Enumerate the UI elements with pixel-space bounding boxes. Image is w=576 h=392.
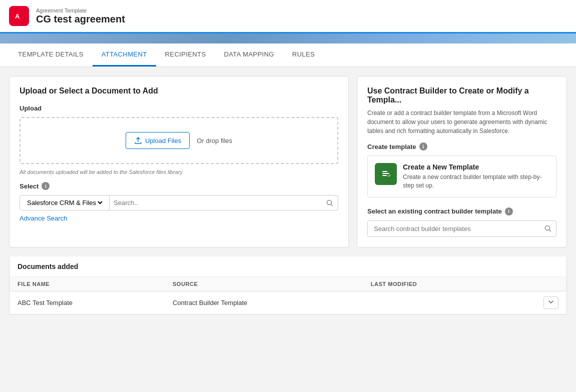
search-button[interactable]: [326, 199, 334, 207]
contract-builder-icon: [379, 168, 392, 180]
contract-search-input[interactable]: [372, 221, 544, 236]
tab-rules[interactable]: RULES: [283, 44, 324, 66]
upload-dropzone[interactable]: Upload Files Or drop files: [20, 117, 338, 164]
cell-source: Contract Builder Template: [165, 291, 363, 314]
chevron-down-icon: [548, 299, 554, 305]
cell-file-name: ABC Test Template: [10, 291, 165, 314]
contract-search-icon: [544, 224, 552, 232]
header-text-block: Agreement Template CG test agreement: [36, 8, 125, 25]
search-icon: [326, 199, 334, 207]
drop-text: Or drop files: [197, 137, 232, 144]
select-row: Select i: [20, 182, 338, 190]
right-panel: Use Contract Builder to Create or Modify…: [357, 76, 567, 248]
right-panel-title: Use Contract Builder to Create or Modify…: [367, 86, 556, 104]
left-panel-title: Upload or Select a Document to Add: [20, 86, 338, 96]
existing-label: Select an existing contract builder temp…: [367, 208, 556, 216]
documents-section: Documents added FILE NAME SOURCE LAST MO…: [9, 256, 567, 314]
tab-attachment[interactable]: ATTACHMENT: [93, 44, 156, 66]
tab-recipients[interactable]: RECIPIENTS: [156, 44, 215, 66]
col-file-name: FILE NAME: [10, 277, 165, 292]
source-dropdown[interactable]: Salesforce CRM & Files Local Files Googl…: [20, 195, 110, 210]
source-select[interactable]: Salesforce CRM & Files Local Files Googl…: [25, 198, 104, 207]
create-template-label: Create template i: [367, 142, 556, 150]
svg-rect-5: [382, 173, 389, 174]
table-header-row: FILE NAME SOURCE LAST MODIFIED: [10, 277, 566, 292]
create-template-card[interactable]: Create a New Template Create a new contr…: [367, 156, 556, 198]
template-card-name: Create a New Template: [403, 163, 549, 171]
search-row: Salesforce CRM & Files Local Files Googl…: [20, 195, 338, 210]
tab-data-mapping[interactable]: DATA MAPPING: [215, 44, 283, 66]
svg-rect-6: [382, 175, 387, 176]
select-label: Select: [20, 182, 39, 190]
app-header: A Agreement Template CG test agreement: [0, 0, 576, 34]
right-panel-desc: Create or add a contract builder templat…: [367, 108, 556, 136]
banner-band: [0, 34, 576, 44]
template-card-text: Create a New Template Create a new contr…: [403, 163, 549, 190]
upload-note: All documents uploaded will be added to …: [20, 169, 338, 175]
template-card-desc: Create a new contract builder template w…: [403, 173, 549, 190]
tabs-bar: TEMPLATE DETAILS ATTACHMENT RECIPIENTS D…: [0, 44, 576, 67]
existing-info-icon[interactable]: i: [505, 208, 513, 216]
create-template-info-icon[interactable]: i: [419, 142, 427, 150]
table-row: ABC Test Template Contract Builder Templ…: [10, 291, 566, 314]
left-panel: Upload or Select a Document to Add Uploa…: [9, 76, 349, 248]
row-action-button[interactable]: [543, 296, 558, 309]
upload-files-button[interactable]: Upload Files: [126, 132, 190, 149]
svg-rect-4: [382, 171, 387, 172]
main-content: Upload or Select a Document to Add Uploa…: [0, 67, 576, 256]
search-input-wrap: [110, 195, 338, 210]
header-subtitle: Agreement Template: [36, 8, 125, 14]
documents-title: Documents added: [10, 256, 566, 277]
col-actions: [499, 277, 566, 292]
tab-template-details[interactable]: TEMPLATE DETAILS: [9, 44, 93, 66]
select-info-icon[interactable]: i: [42, 182, 50, 190]
header-title: CG test agreement: [36, 14, 125, 25]
documents-table: FILE NAME SOURCE LAST MODIFIED ABC Test …: [10, 277, 566, 314]
app-icon: A: [9, 6, 29, 26]
search-input[interactable]: [114, 199, 326, 206]
contract-search-wrap: [367, 220, 556, 237]
upload-icon: [134, 136, 142, 144]
template-card-icon: [375, 163, 397, 185]
svg-text:A: A: [15, 12, 20, 20]
advance-search-link[interactable]: Advance Search: [20, 214, 67, 222]
col-source: SOURCE: [165, 277, 363, 292]
upload-label: Upload: [20, 104, 338, 112]
cell-action: [499, 291, 566, 314]
contract-search-button[interactable]: [544, 224, 552, 232]
cell-last-modified: [363, 291, 499, 314]
col-last-modified: LAST MODIFIED: [363, 277, 499, 292]
